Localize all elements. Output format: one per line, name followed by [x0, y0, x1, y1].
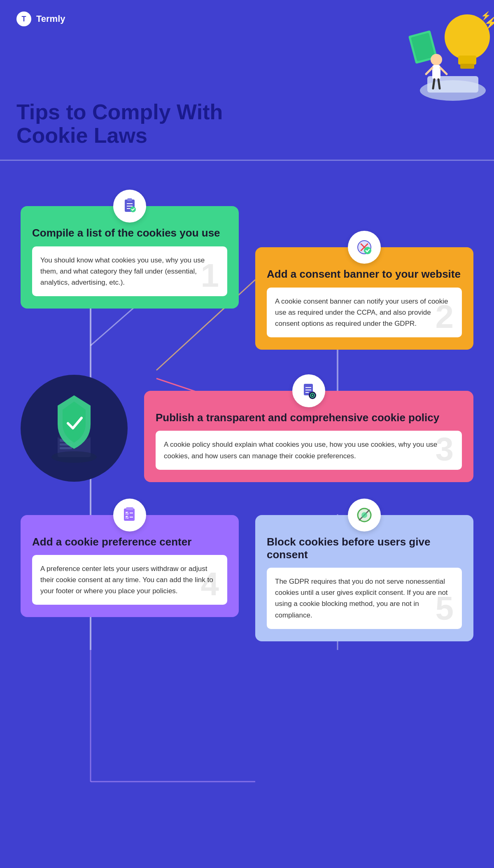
tip-5-icon-circle	[348, 499, 381, 531]
document-icon	[300, 382, 318, 400]
logo-letter: T	[22, 15, 26, 23]
tip-2-title: Add a consent banner to your website	[267, 268, 462, 281]
tip-3-wrapper: Publish a transparent and comprehensive …	[144, 374, 473, 482]
tip-4-wrapper: Add a cookie preference center A prefere…	[21, 499, 239, 641]
svg-text:⚡: ⚡	[481, 11, 491, 21]
tip-1-number: 1	[201, 259, 219, 292]
svg-point-45	[312, 395, 313, 396]
divider	[0, 160, 494, 161]
tip-4-text: A preference center lets your users with…	[40, 565, 213, 595]
mid-area: Publish a transparent and comprehensive …	[21, 374, 473, 482]
tip-3-icon-circle	[292, 374, 325, 407]
tip-1-title: Compile a list of the cookies you use	[32, 227, 227, 239]
dark-circle	[21, 375, 128, 482]
tip-3-icon-wrapper	[144, 374, 473, 407]
tip-4-icon-circle	[113, 499, 146, 531]
tip-5-wrapper: Block cookies before users give consent …	[255, 499, 473, 641]
svg-rect-46	[124, 508, 135, 521]
tip-2-wrapper: Add a consent banner to your website A c…	[255, 231, 473, 350]
page-title: Tips to Comply With Cookie Laws	[0, 26, 288, 160]
svg-point-17	[431, 54, 442, 65]
hero-illustration: ⚡ ⚡	[321, 0, 494, 107]
tip-3-number: 3	[436, 433, 454, 466]
svg-line-20	[440, 68, 447, 74]
tip-3-title: Publish a transparent and comprehensive …	[156, 411, 462, 424]
top-cards-row: Compile a list of the cookies you use Yo…	[21, 181, 473, 350]
tip-4-title: Add a cookie preference center	[32, 536, 227, 548]
tip-1-body: You should know what cookies you use, wh…	[32, 246, 227, 297]
bot-cards-row: Add a cookie preference center A prefere…	[21, 499, 473, 641]
svg-rect-47	[126, 507, 133, 510]
clipboard-icon	[121, 197, 139, 215]
tip-2-text: A cookie consent banner can notify your …	[275, 297, 448, 327]
tip-5-number: 5	[436, 592, 454, 625]
tip-5-icon-wrapper	[255, 499, 473, 531]
tip-4-icon-wrapper	[21, 499, 239, 531]
svg-rect-36	[60, 447, 72, 449]
tip-1-icon-circle	[113, 190, 146, 223]
tip-1-wrapper: Compile a list of the cookies you use Yo…	[21, 190, 239, 309]
tip-2-number: 2	[436, 300, 454, 333]
svg-point-38	[51, 451, 97, 463]
svg-rect-12	[460, 64, 474, 69]
tip-1-icon-wrapper	[21, 190, 239, 223]
svg-point-54	[361, 512, 367, 518]
svg-line-19	[426, 68, 432, 74]
shield-svg	[37, 387, 111, 469]
svg-point-10	[445, 14, 490, 60]
tip-5-body: The GDPR requires that you do not serve …	[267, 568, 462, 629]
consent-icon	[355, 238, 373, 256]
tip-4-body: A preference center lets your users with…	[32, 555, 227, 605]
shield-decoration	[21, 375, 128, 482]
svg-line-21	[433, 79, 434, 88]
tip-3-body: A cookie policy should explain what cook…	[156, 431, 462, 469]
tip-1-text: You should know what cookies you use, wh…	[40, 256, 205, 286]
tip-4-number: 4	[201, 568, 219, 601]
tip-3-text: A cookie policy should explain what cook…	[164, 441, 437, 460]
svg-rect-18	[432, 65, 440, 79]
svg-line-22	[438, 79, 440, 88]
tip-5-card: Block cookies before users give consent …	[255, 515, 473, 641]
svg-rect-24	[127, 198, 132, 201]
block-icon	[355, 506, 373, 524]
svg-rect-11	[458, 56, 476, 65]
brand-name: Termly	[36, 14, 65, 24]
tip-2-icon-wrapper	[255, 231, 473, 264]
checklist-icon	[121, 506, 139, 524]
main-content: Compile a list of the cookies you use Yo…	[0, 181, 494, 641]
tip-5-title: Block cookies before users give consent	[267, 536, 462, 561]
logo-icon: T	[16, 12, 31, 26]
tip-2-body: A cookie consent banner can notify your …	[267, 288, 462, 338]
tip-2-icon-circle	[348, 231, 381, 264]
tip-5-text: The GDPR requires that you do not serve …	[275, 578, 448, 619]
